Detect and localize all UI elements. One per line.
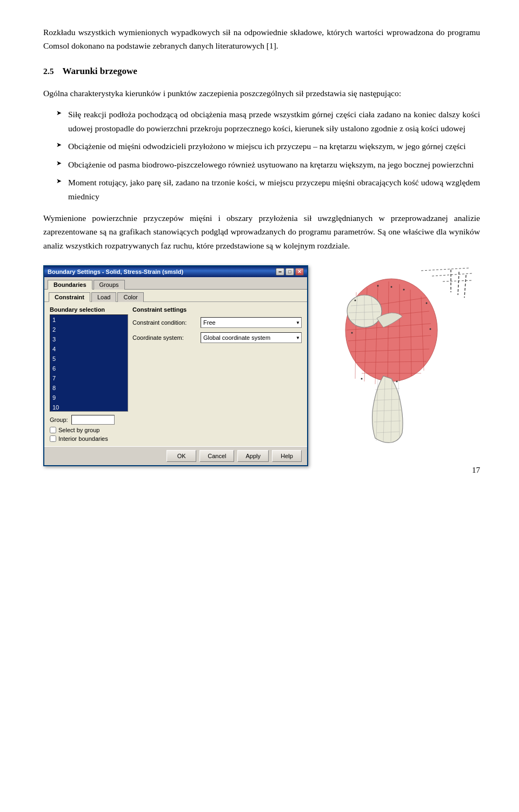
coordinate-system-wrapper: Global coordinate system ▼	[201, 332, 302, 343]
bone-visualization	[308, 265, 480, 444]
list-item-4[interactable]: 4	[50, 344, 128, 354]
dropdown-arrow-icon: ▼	[296, 320, 300, 325]
list-item-5[interactable]: 5	[50, 354, 128, 364]
list-item-3[interactable]: 3	[50, 334, 128, 344]
right-panel: Constraint settings Constraint condition…	[132, 306, 302, 442]
svg-point-40	[430, 328, 431, 330]
group-input[interactable]	[71, 415, 115, 425]
section-number: 2.5	[43, 66, 54, 76]
list-item-7[interactable]: 7	[50, 373, 128, 383]
section-heading: 2.5 Warunki brzegowe	[43, 66, 480, 77]
dropdown-arrow-icon-2: ▼	[296, 335, 300, 340]
svg-line-0	[421, 268, 470, 271]
svg-point-34	[391, 286, 392, 288]
constraint-settings-title: Constraint settings	[132, 306, 302, 313]
list-item: Moment rotujący, jako parę sił, zadano n…	[56, 176, 480, 203]
list-item: Siłę reakcji podłoża pochodzącą od obcią…	[56, 108, 480, 135]
select-by-group-checkbox[interactable]	[50, 427, 56, 433]
tab-color[interactable]: Color	[117, 292, 143, 302]
bone-svg	[313, 265, 475, 444]
svg-line-2	[443, 280, 473, 281]
constraint-condition-row: Constraint condition: Free ▼	[132, 317, 302, 328]
section-title: Warunki brzegowe	[62, 66, 137, 77]
svg-line-44	[458, 272, 459, 295]
tab-boundaries[interactable]: Boundaries	[48, 280, 92, 290]
boundary-selection-label: Boundary selection	[50, 306, 128, 313]
svg-point-36	[403, 289, 405, 291]
apply-button[interactable]: Apply	[237, 450, 269, 462]
dialog-titlebar: Boundary Settings - Solid, Stress-Strain…	[44, 266, 307, 277]
dialog-window: Boundary Settings - Solid, Stress-Strain…	[43, 265, 308, 466]
coordinate-system-value: Global coordinate system	[203, 334, 270, 341]
svg-point-35	[377, 285, 379, 287]
svg-point-38	[426, 303, 428, 304]
titlebar-buttons: ‒ □ ✕	[276, 268, 304, 276]
constraint-condition-value: Free	[203, 319, 216, 326]
select-by-group-row: Select by group	[50, 427, 128, 433]
intro-paragraph: Rozkładu wszystkich wymienionych wypadko…	[43, 26, 480, 53]
coordinate-system-label: Coordinate system:	[132, 334, 197, 341]
bullet-list: Siłę reakcji podłoża pochodzącą od obcią…	[43, 108, 480, 203]
ok-button[interactable]: OK	[167, 450, 196, 462]
list-item: Obciążenie od mięśni odwodzicieli przyło…	[56, 139, 480, 153]
page-number: 17	[472, 466, 480, 475]
top-tabs: Boundaries Groups	[44, 277, 307, 290]
maximize-button[interactable]: □	[285, 268, 294, 276]
interior-boundaries-row: Interior boundaries	[50, 435, 128, 442]
cancel-button[interactable]: Cancel	[199, 450, 234, 462]
left-panel: Boundary selection 1 2 3 4 5 6 7 8 9 10 …	[50, 306, 128, 442]
svg-line-1	[432, 273, 473, 276]
svg-line-45	[464, 275, 466, 298]
svg-point-41	[361, 378, 363, 380]
group-label: Group:	[50, 417, 68, 423]
minimize-button[interactable]: ‒	[276, 268, 284, 276]
coordinate-system-row: Coordinate system: Global coordinate sys…	[132, 332, 302, 343]
svg-point-39	[351, 332, 353, 334]
list-item: Obciążenie od pasma biodrowo-piszczelowe…	[56, 158, 480, 172]
close-button[interactable]: ✕	[295, 268, 304, 276]
list-item-10[interactable]: 10	[50, 402, 128, 412]
list-item-8[interactable]: 8	[50, 383, 128, 393]
interior-boundaries-checkbox[interactable]	[50, 435, 56, 442]
list-item-1[interactable]: 1	[50, 315, 128, 325]
screenshot-area: Boundary Settings - Solid, Stress-Strain…	[43, 265, 480, 466]
svg-point-42	[396, 381, 398, 382]
tab-groups[interactable]: Groups	[94, 280, 125, 290]
help-button[interactable]: Help	[272, 450, 302, 462]
list-item-6[interactable]: 6	[50, 364, 128, 373]
list-item-9[interactable]: 9	[50, 393, 128, 402]
dialog-body: Boundary selection 1 2 3 4 5 6 7 8 9 10 …	[44, 302, 307, 446]
tab-constraint[interactable]: Constraint	[49, 292, 90, 302]
constraint-condition-wrapper: Free ▼	[201, 317, 302, 328]
page: Rozkładu wszystkich wymienionych wypadko…	[0, 0, 519, 492]
list-item-2[interactable]: 2	[50, 325, 128, 334]
section-intro: Ogólna charakterystyka kierunków i punkt…	[43, 86, 480, 100]
group-row: Group:	[50, 415, 128, 425]
constraint-condition-select[interactable]: Free ▼	[201, 317, 302, 328]
interior-boundaries-label: Interior boundaries	[58, 435, 108, 442]
constraint-condition-label: Constraint condition:	[132, 319, 197, 326]
dialog-footer: OK Cancel Apply Help	[44, 446, 307, 465]
select-by-group-label: Select by group	[58, 427, 99, 433]
boundary-list[interactable]: 1 2 3 4 5 6 7 8 9 10 11 12	[50, 314, 128, 412]
coordinate-system-select[interactable]: Global coordinate system ▼	[201, 332, 302, 343]
tab-load[interactable]: Load	[91, 292, 116, 302]
svg-point-37	[355, 300, 356, 301]
closing-paragraph: Wymienione powierzchnie przyczepów mięśn…	[43, 211, 480, 253]
dialog-title: Boundary Settings - Solid, Stress-Strain…	[48, 269, 183, 275]
